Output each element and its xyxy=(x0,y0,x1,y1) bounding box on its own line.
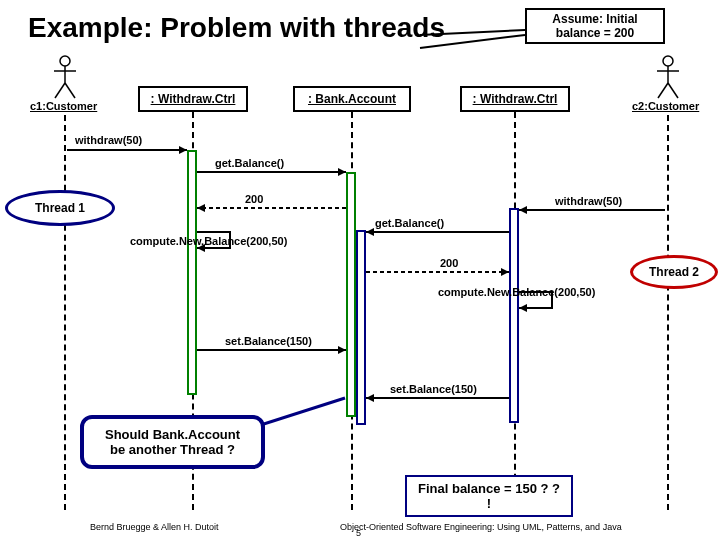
msg-compute-left: compute.New.Balance(200,50) xyxy=(130,235,287,247)
svg-line-4 xyxy=(65,83,75,98)
msg-setbalance-right: set.Balance(150) xyxy=(390,383,477,395)
msg-setbalance-left: set.Balance(150) xyxy=(225,335,312,347)
lifeline-c2 xyxy=(667,115,669,510)
activation-wc1 xyxy=(187,150,197,395)
assume-note: Assume: Initial balance = 200 xyxy=(525,8,665,44)
msg-withdraw-right: withdraw(50) xyxy=(555,195,622,207)
svg-line-8 xyxy=(658,83,668,98)
svg-marker-22 xyxy=(366,228,374,236)
actor-c2-label: c2:Customer xyxy=(632,100,699,112)
msg-withdraw-left: withdraw(50) xyxy=(75,134,142,146)
actor-c1-label: c1:Customer xyxy=(30,100,97,112)
svg-marker-20 xyxy=(519,206,527,214)
msg-getbalance-left: get.Balance() xyxy=(215,157,284,169)
diagram-title: Example: Problem with threads xyxy=(28,12,445,44)
svg-marker-15 xyxy=(338,168,346,176)
footer-left: Bernd Bruegge & Allen H. Dutoit xyxy=(90,522,219,532)
thread-1-bubble: Thread 1 xyxy=(5,190,115,226)
lifeline-c1 xyxy=(64,115,66,510)
svg-marker-27 xyxy=(338,346,346,354)
svg-marker-17 xyxy=(197,204,205,212)
withdraw-ctrl-1-box: : Withdraw.Ctrl xyxy=(138,86,248,112)
footer-right: Object-Oriented Software Engineering: Us… xyxy=(340,522,622,532)
withdraw-ctrl-2-box: : Withdraw.Ctrl xyxy=(460,86,570,112)
activation-wc2 xyxy=(509,208,519,423)
svg-point-5 xyxy=(663,56,673,66)
svg-marker-13 xyxy=(179,146,187,154)
svg-marker-29 xyxy=(366,394,374,402)
msg-200-right: 200 xyxy=(440,257,458,269)
actor-c2-icon xyxy=(655,55,681,100)
bank-account-box: : Bank.Account xyxy=(293,86,411,112)
final-balance-note: Final balance = 150 ? ? ! xyxy=(405,475,573,517)
footer-page: 5 xyxy=(356,528,361,538)
svg-line-3 xyxy=(55,83,65,98)
svg-marker-25 xyxy=(519,304,527,312)
svg-line-9 xyxy=(668,83,678,98)
svg-marker-24 xyxy=(501,268,509,276)
msg-200-left: 200 xyxy=(245,193,263,205)
activation-bank xyxy=(346,172,356,417)
thread-2-bubble: Thread 2 xyxy=(630,255,718,289)
callout-question: Should Bank.Account be another Thread ? xyxy=(80,415,265,469)
msg-getbalance-right: get.Balance() xyxy=(375,217,444,229)
msg-compute-right: compute.New.Balance(200,50) xyxy=(438,286,595,298)
svg-point-0 xyxy=(60,56,70,66)
activation-bank2 xyxy=(356,230,366,425)
actor-c1-icon xyxy=(52,55,78,100)
